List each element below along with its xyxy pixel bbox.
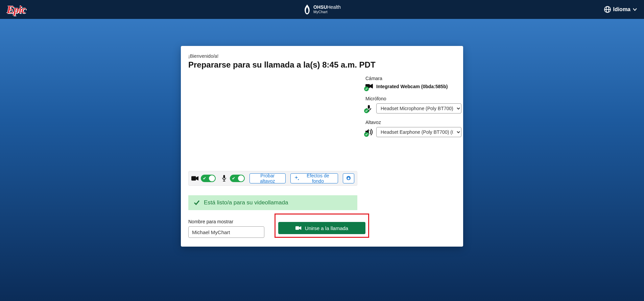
prepare-call-card: ¡Bienvenido/a! Prepararse para su llamad… bbox=[181, 46, 463, 247]
org-main: OHSU bbox=[313, 4, 327, 10]
controls-bar: ✔ ✔ Probar altavoz bbox=[188, 171, 357, 186]
language-selector[interactable]: Idioma bbox=[604, 6, 637, 13]
video-icon bbox=[295, 226, 302, 230]
globe-icon bbox=[604, 6, 611, 13]
test-speaker-button[interactable]: Probar altavoz bbox=[249, 173, 286, 183]
microphone-label: Micrófono bbox=[365, 96, 461, 101]
check-icon bbox=[194, 200, 200, 206]
join-call-label: Unirse a la llamada bbox=[305, 225, 348, 231]
join-call-button[interactable]: Unirse a la llamada bbox=[278, 222, 365, 234]
svg-rect-11 bbox=[368, 105, 370, 109]
display-name-input[interactable] bbox=[188, 226, 264, 238]
svg-point-7 bbox=[295, 177, 297, 178]
speaker-label: Altavoz bbox=[365, 120, 461, 125]
device-column: Cámara Integrated Webcam (0bda:585b) Mic… bbox=[365, 75, 461, 210]
top-bar: Epic OHSUHealth MyChart Idioma bbox=[0, 0, 644, 19]
speaker-select[interactable]: Headset Earphone (Poly BT700) (047f:0 bbox=[376, 127, 461, 137]
svg-rect-3 bbox=[191, 176, 196, 181]
flame-icon bbox=[303, 4, 311, 15]
org-sub: Health bbox=[327, 4, 340, 10]
svg-rect-13 bbox=[295, 226, 299, 230]
camera-status-icon bbox=[365, 83, 374, 90]
settings-button[interactable] bbox=[343, 173, 354, 183]
org-logo-block: OHSUHealth MyChart bbox=[303, 4, 341, 15]
camera-toggle[interactable]: ✔ bbox=[201, 175, 216, 182]
org-line2: MyChart bbox=[313, 9, 341, 14]
microphone-toggle[interactable]: ✔ bbox=[230, 175, 245, 182]
microphone-icon bbox=[220, 175, 228, 182]
join-highlight-box: Unirse a la llamada bbox=[275, 214, 369, 238]
chevron-down-icon bbox=[633, 7, 637, 12]
microphone-status-icon bbox=[365, 105, 374, 112]
ready-text: Está listo/a para su videollamada bbox=[204, 199, 288, 206]
epic-logo: Epic bbox=[7, 3, 26, 16]
camera-value: Integrated Webcam (0bda:585b) bbox=[376, 84, 448, 89]
sparkle-icon bbox=[295, 176, 300, 181]
ready-banner: Está listo/a para su videollamada bbox=[188, 195, 357, 210]
video-preview bbox=[188, 75, 357, 170]
microphone-select[interactable]: Headset Microphone (Poly BT700) (047f: bbox=[376, 103, 461, 114]
background-effects-button[interactable]: Efectos de fondo bbox=[290, 173, 338, 183]
gear-icon bbox=[346, 176, 351, 181]
page-title: Prepararse para su llamada a la(s) 8:45 … bbox=[188, 60, 456, 70]
background-effects-label: Efectos de fondo bbox=[302, 173, 334, 184]
camera-icon bbox=[191, 175, 199, 182]
display-name-label: Nombre para mostrar bbox=[188, 219, 264, 224]
language-label: Idioma bbox=[613, 6, 630, 12]
svg-point-8 bbox=[298, 179, 299, 180]
speaker-status-icon bbox=[365, 129, 374, 135]
camera-label: Cámara bbox=[365, 76, 461, 81]
welcome-text: ¡Bienvenido/a! bbox=[188, 53, 456, 59]
svg-point-9 bbox=[348, 178, 349, 179]
svg-rect-4 bbox=[223, 175, 225, 178]
